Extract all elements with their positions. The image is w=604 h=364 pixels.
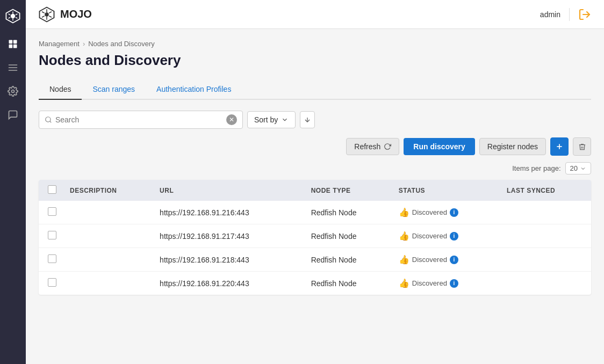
page-title: Nodes and Discovery (39, 52, 591, 69)
row-description (62, 248, 152, 272)
search-clear-button[interactable]: ✕ (226, 114, 237, 125)
items-per-page-label: Items per page: (512, 164, 560, 172)
svg-line-18 (49, 16, 52, 17)
row-node-type: Redfish Node (304, 224, 391, 248)
tab-nodes[interactable]: Nodes (39, 79, 82, 100)
add-button[interactable] (550, 137, 569, 156)
select-all-checkbox[interactable] (48, 185, 56, 194)
col-header-description: DESCRIPTION (62, 180, 152, 201)
row-url: https://192.168.91.218:443 (152, 248, 304, 272)
topbar-right: admin (540, 8, 591, 21)
row-node-type: Redfish Node (304, 201, 391, 224)
sidebar-logo (3, 6, 23, 26)
breadcrumb-separator: › (83, 40, 85, 48)
svg-rect-10 (9, 45, 13, 48)
status-thumb-icon: 👍 (399, 278, 409, 288)
row-url: https://192.168.91.217:443 (152, 224, 304, 248)
topbar-divider (569, 8, 570, 21)
svg-rect-11 (13, 45, 17, 48)
table-row: https://192.168.91.220:443 Redfish Node … (39, 272, 591, 295)
col-header-status: STATUS (391, 180, 499, 201)
svg-line-5 (16, 17, 18, 18)
status-text: Discovered (412, 208, 447, 216)
svg-point-1 (11, 14, 15, 18)
sidebar-item-dashboard[interactable] (3, 34, 23, 54)
row-status: 👍 Discovered i (391, 272, 499, 295)
sidebar-item-config[interactable] (3, 82, 23, 101)
tab-scan-ranges[interactable]: Scan ranges (82, 79, 146, 100)
sort-order-icon (304, 116, 311, 123)
search-box: ✕ (39, 111, 243, 129)
row-status: 👍 Discovered i (391, 224, 499, 248)
row-description (62, 224, 152, 248)
svg-point-14 (45, 12, 49, 17)
trash-icon (578, 143, 586, 151)
refresh-button[interactable]: Refresh (346, 138, 399, 155)
status-thumb-icon: 👍 (399, 254, 409, 265)
chevron-down-icon (281, 116, 289, 123)
items-per-page-select[interactable]: 20 (565, 162, 591, 174)
row-node-type: Redfish Node (304, 272, 391, 295)
register-nodes-button[interactable]: Register nodes (479, 138, 546, 155)
row-select-cell (39, 201, 62, 224)
sidebar-item-settings[interactable] (3, 58, 23, 77)
row-last-synced (499, 201, 591, 224)
status-info-icon[interactable]: i (450, 279, 458, 288)
items-per-page-value: 20 (570, 164, 578, 172)
row-last-synced (499, 224, 591, 248)
svg-line-23 (50, 121, 52, 123)
svg-line-7 (16, 14, 18, 15)
status-text: Discovered (412, 279, 447, 287)
row-status: 👍 Discovered i (391, 201, 499, 224)
sidebar (0, 0, 26, 364)
status-text: Discovered (412, 256, 447, 264)
user-name: admin (540, 10, 560, 19)
row-description (62, 201, 152, 224)
table-row: https://192.168.91.217:443 Redfish Node … (39, 224, 591, 248)
row-checkbox[interactable] (48, 278, 56, 287)
row-last-synced (499, 272, 591, 295)
main-content: MOJO admin Management › Nodes and Discov… (26, 0, 604, 364)
col-header-url: URL (152, 180, 304, 201)
col-header-select (39, 180, 62, 201)
status-thumb-icon: 👍 (399, 207, 409, 217)
brand: MOJO (39, 6, 92, 23)
logout-button[interactable] (578, 8, 591, 21)
search-icon (45, 115, 52, 124)
breadcrumb-parent: Management (39, 40, 80, 48)
tab-auth-profiles[interactable]: Authentication Profiles (146, 79, 242, 100)
status-thumb-icon: 👍 (399, 231, 409, 241)
svg-line-17 (42, 11, 45, 13)
sidebar-item-messages[interactable] (3, 105, 23, 125)
svg-line-6 (9, 17, 11, 18)
svg-line-19 (42, 16, 45, 17)
row-select-cell (39, 272, 62, 295)
row-url: https://192.168.91.220:443 (152, 272, 304, 295)
items-chevron-icon (580, 165, 586, 172)
row-status: 👍 Discovered i (391, 248, 499, 272)
breadcrumb-current: Nodes and Discovery (88, 40, 155, 48)
row-node-type: Redfish Node (304, 248, 391, 272)
row-checkbox[interactable] (48, 207, 56, 216)
run-discovery-button[interactable]: Run discovery (404, 138, 474, 155)
table-row: https://192.168.91.216:443 Redfish Node … (39, 201, 591, 224)
sort-by-button[interactable]: Sort by (247, 111, 296, 128)
status-info-icon[interactable]: i (450, 232, 458, 241)
status-info-icon[interactable]: i (450, 208, 458, 217)
row-checkbox[interactable] (48, 231, 56, 239)
search-input[interactable] (55, 115, 223, 124)
status-info-icon[interactable]: i (450, 256, 458, 264)
row-last-synced (499, 248, 591, 272)
topbar: MOJO admin (26, 0, 604, 29)
row-description (62, 272, 152, 295)
table-header-row: DESCRIPTION URL NODE TYPE STATUS LAST SY… (39, 180, 591, 201)
status-text: Discovered (412, 232, 447, 240)
svg-rect-9 (13, 40, 17, 44)
refresh-label: Refresh (354, 142, 380, 151)
col-header-node-type: NODE TYPE (304, 180, 391, 201)
plus-icon (555, 142, 564, 151)
sort-toggle-button[interactable] (300, 111, 315, 128)
delete-button[interactable] (573, 137, 591, 156)
tabs: Nodes Scan ranges Authentication Profile… (39, 79, 591, 100)
row-checkbox[interactable] (48, 254, 56, 263)
